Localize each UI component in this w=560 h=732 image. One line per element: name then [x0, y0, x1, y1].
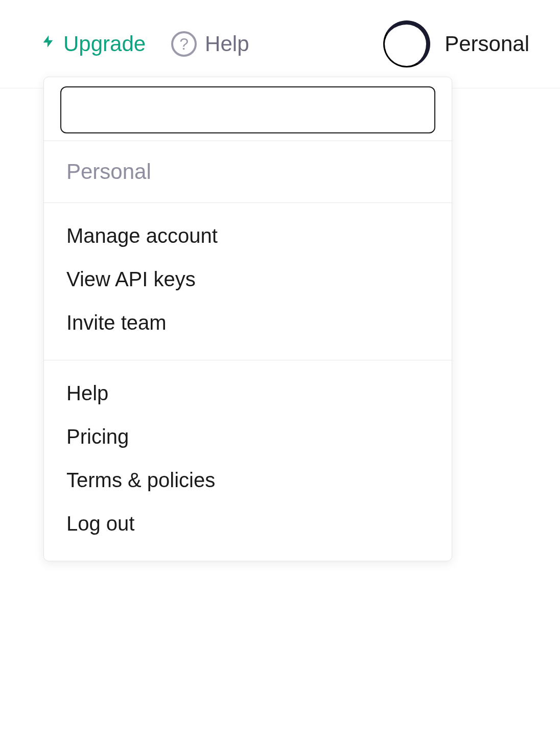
- workspace-section: Personal: [44, 141, 452, 202]
- menu-item-help[interactable]: Help: [44, 372, 452, 415]
- account-section: Manage account View API keys Invite team: [44, 202, 452, 360]
- menu-item-view-api-keys[interactable]: View API keys: [44, 258, 452, 301]
- menu-item-manage-account[interactable]: Manage account: [44, 214, 452, 258]
- upgrade-label: Upgrade: [63, 32, 146, 56]
- upgrade-button[interactable]: Upgrade: [41, 31, 146, 57]
- account-menu-trigger[interactable]: Personal: [383, 20, 529, 67]
- question-icon: ?: [171, 31, 197, 57]
- workspace-search-input[interactable]: [60, 86, 435, 133]
- menu-item-terms-policies[interactable]: Terms & policies: [44, 459, 452, 502]
- help-button[interactable]: ? Help: [171, 31, 249, 57]
- account-label: Personal: [445, 32, 529, 56]
- menu-item-pricing[interactable]: Pricing: [44, 415, 452, 459]
- menu-item-log-out[interactable]: Log out: [44, 502, 452, 545]
- help-label: Help: [205, 32, 249, 56]
- account-dropdown: Personal Manage account View API keys In…: [43, 77, 452, 561]
- menu-item-invite-team[interactable]: Invite team: [44, 301, 452, 345]
- avatar: [383, 20, 430, 67]
- search-wrapper: [44, 77, 452, 141]
- footer-section: Help Pricing Terms & policies Log out: [44, 360, 452, 561]
- topbar: Upgrade ? Help Personal: [0, 0, 560, 88]
- workspace-header[interactable]: Personal: [44, 145, 452, 198]
- lightning-icon: [41, 31, 55, 57]
